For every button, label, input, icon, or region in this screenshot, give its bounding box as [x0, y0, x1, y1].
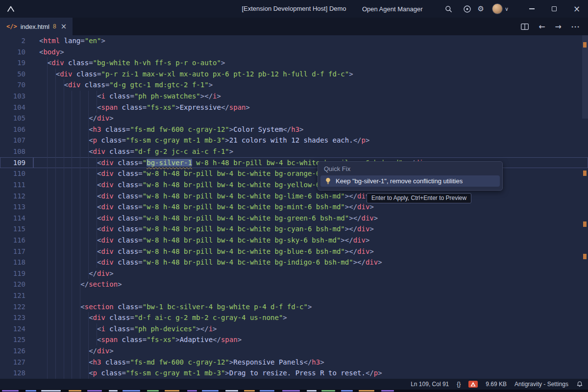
code-line[interactable]: 103 <i class="ph ph-swatches"></i> [0, 91, 588, 102]
code-line[interactable]: 2<html lang="en"> [0, 35, 588, 47]
minimize-button[interactable] [520, 0, 543, 18]
line-number[interactable]: 122 [0, 301, 33, 313]
line-number[interactable]: 116 [0, 235, 33, 246]
code-line[interactable]: 124 <i class="ph ph-devices"></i> [0, 323, 588, 335]
maximize-icon [552, 6, 557, 11]
scrollbar-thumb[interactable] [582, 35, 588, 119]
line-number[interactable]: 128 [0, 368, 33, 379]
line-number[interactable]: 109 [0, 157, 33, 169]
line-number[interactable]: 113 [0, 201, 33, 213]
line-number[interactable]: 119 [0, 268, 33, 279]
line-number[interactable]: 127 [0, 357, 33, 368]
settings-gear-icon[interactable]: ⚙ [477, 4, 484, 13]
split-editor-icon[interactable] [521, 24, 529, 30]
code-editor[interactable]: 2<html lang="en">10<body>19 <div class="… [0, 35, 588, 379]
overview-ruler[interactable] [582, 35, 588, 379]
line-number[interactable]: 120 [0, 279, 33, 290]
app-settings-label[interactable]: Antigravity - Settings [514, 381, 568, 388]
open-agent-manager-button[interactable]: Open Agent Manager [362, 5, 423, 13]
tab-bar-spacer [73, 18, 521, 35]
code-line[interactable]: 123 <div class="d-f ai-c g-2 mb-2 c-gray… [0, 312, 588, 323]
quickfix-popup: Quick Fix Keep "bg-silver-1", remove con… [318, 161, 503, 191]
code-line[interactable]: 70 <div class="d-g gtc-1 md:gtc-2 f-1"> [0, 79, 588, 91]
tab-index-html[interactable]: </> index.html 8 × [0, 18, 73, 35]
code-line[interactable]: 128 <p class="fs-sm c-gray mt-1 mb-3">Dr… [0, 368, 588, 379]
code-line[interactable]: 10<body> [0, 47, 588, 58]
line-number[interactable]: 114 [0, 213, 33, 224]
search-icon[interactable] [445, 5, 452, 13]
tab-problem-badge: 8 [53, 23, 56, 30]
code-line[interactable]: 121 [0, 290, 588, 301]
line-number[interactable]: 106 [0, 124, 33, 135]
code-line[interactable]: 114 <div class="w-8 h-48 br-pill bw-4 bc… [0, 213, 588, 224]
navigate-back-icon[interactable]: ← [539, 22, 545, 31]
minimize-icon [529, 8, 535, 9]
tab-filename: index.html [21, 23, 49, 30]
line-number[interactable]: 105 [0, 113, 33, 124]
line-number[interactable]: 104 [0, 102, 33, 113]
overview-warning-mark [583, 221, 587, 227]
navigate-forward-icon[interactable]: → [555, 22, 562, 31]
code-line[interactable]: 117 <div class="w-8 h-48 br-pill bw-4 bc… [0, 246, 588, 257]
notifications-bell-icon[interactable] [576, 381, 583, 388]
code-line[interactable]: 50 <div class="p-r zi-1 max-w-xl mx-auto… [0, 69, 588, 80]
cursor-position[interactable]: Ln 109, Col 91 [411, 381, 449, 388]
code-line[interactable]: 113 <div class="w-8 h-48 br-pill bw-4 bc… [0, 201, 588, 213]
code-line[interactable]: 126 </div> [0, 345, 588, 357]
line-number[interactable]: 107 [0, 135, 33, 146]
antigravity-badge-icon[interactable] [468, 381, 478, 388]
close-tab-button[interactable]: × [61, 22, 67, 31]
braces-icon[interactable]: {} [457, 381, 461, 388]
more-actions-icon[interactable]: ··· [571, 23, 580, 31]
code-line[interactable]: 107 <p class="fs-sm c-gray mt-1 mb-3">21… [0, 135, 588, 146]
line-number[interactable]: 111 [0, 179, 33, 191]
close-icon: × [573, 5, 580, 13]
quickfix-hint-tooltip: Enter to Apply, Ctrl+Enter to Preview [367, 193, 471, 203]
code-line[interactable]: 122 <section class="bw-1 bc-silver-4 bg-… [0, 301, 588, 313]
line-number[interactable]: 10 [0, 47, 33, 58]
line-number[interactable]: 124 [0, 323, 33, 335]
target-icon[interactable] [463, 5, 471, 13]
code-line[interactable]: 116 <div class="w-8 h-48 br-pill bw-4 bc… [0, 235, 588, 246]
line-number[interactable]: 118 [0, 257, 33, 268]
overview-warning-mark [583, 171, 587, 176]
code-line[interactable]: 112 <div class="w-8 h-48 br-pill bw-4 bc… [0, 191, 588, 202]
file-size[interactable]: 9.69 KB [486, 381, 507, 388]
chevron-down-icon[interactable]: ∨ [505, 6, 509, 12]
line-number[interactable]: 112 [0, 191, 33, 202]
code-line[interactable]: 105 </div> [0, 113, 588, 124]
line-number[interactable]: 115 [0, 223, 33, 235]
line-number[interactable]: 19 [0, 57, 33, 69]
line-number[interactable]: 2 [0, 35, 33, 47]
code-line[interactable]: 127 <h3 class="fs-md fw-600 c-gray-12">R… [0, 357, 588, 368]
code-line[interactable]: 106 <h3 class="fs-md fw-600 c-gray-12">C… [0, 124, 588, 135]
line-number[interactable]: 125 [0, 334, 33, 345]
user-avatar[interactable] [492, 3, 503, 14]
code-line[interactable]: 120 </section> [0, 279, 588, 290]
close-window-button[interactable]: × [565, 0, 588, 18]
line-number[interactable]: 103 [0, 91, 33, 102]
code-line[interactable]: 104 <span class="fs-xs">Expressive</span… [0, 102, 588, 113]
window-controls: × [520, 0, 588, 18]
line-number[interactable]: 126 [0, 345, 33, 357]
quickfix-action[interactable]: Keep "bg-silver-1", remove conflicting u… [320, 175, 500, 187]
line-number[interactable]: 108 [0, 146, 33, 157]
line-number[interactable]: 110 [0, 168, 33, 179]
line-number[interactable]: 123 [0, 312, 33, 323]
maximize-button[interactable] [543, 0, 565, 18]
code-line[interactable]: 19 <div class="bg-white h-vh ff-s p-r o-… [0, 57, 588, 69]
code-line[interactable]: 118 <div class="w-8 h-48 br-pill bw-4 bc… [0, 257, 588, 268]
overview-warning-mark [583, 42, 587, 48]
line-number[interactable]: 50 [0, 69, 33, 80]
bottom-edge-strip [0, 390, 588, 392]
code-line[interactable]: 119 </div> [0, 268, 588, 279]
quickfix-title: Quick Fix [318, 162, 502, 174]
line-number[interactable]: 70 [0, 79, 33, 91]
code-line[interactable]: 125 <span class="fs-xs">Adaptive</span> [0, 334, 588, 345]
line-number[interactable]: 117 [0, 246, 33, 257]
line-number[interactable]: 121 [0, 290, 33, 301]
code-line[interactable]: 108 <div class="d-f g-2 jc-c ai-c f-1"> [0, 146, 588, 157]
titlebar: [Extension Development Host] Demo Open A… [0, 0, 588, 18]
overview-warning-mark [583, 254, 587, 259]
code-line[interactable]: 115 <div class="w-8 h-48 br-pill bw-4 bc… [0, 223, 588, 235]
